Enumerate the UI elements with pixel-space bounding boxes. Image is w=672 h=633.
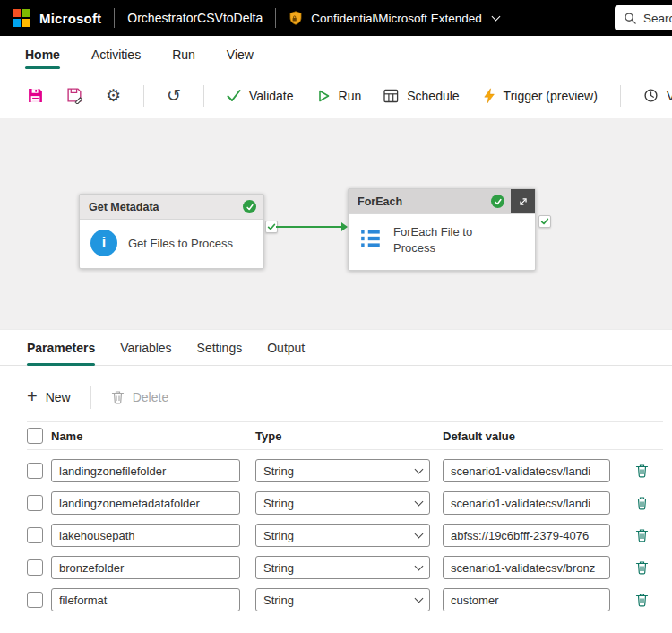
trigger-label: Trigger (preview) [504, 89, 598, 103]
select-all-checkbox[interactable] [27, 428, 43, 444]
tab-settings-label: Settings [197, 341, 243, 355]
chevron-down-icon [415, 464, 424, 473]
topbar-divider [114, 8, 115, 28]
delete-row-button[interactable] [635, 560, 649, 575]
row-checkbox[interactable] [27, 495, 43, 511]
logo-square-green [22, 9, 30, 17]
actions-divider [90, 386, 91, 409]
tab-variables[interactable]: Variables [120, 330, 171, 365]
row-checkbox[interactable] [27, 592, 43, 608]
run-button[interactable]: Run [316, 89, 362, 103]
play-icon [316, 89, 331, 103]
parameter-name-input[interactable] [51, 459, 240, 482]
type-value: String [263, 594, 294, 607]
activity-body: i Get Files to Process [80, 220, 263, 266]
search-box[interactable]: Search [615, 5, 672, 30]
lightning-icon [482, 88, 495, 104]
tab-run-label: Run [172, 48, 195, 62]
save-button[interactable] [27, 87, 44, 104]
parameter-name-input[interactable] [51, 524, 240, 547]
new-parameter-button[interactable]: + New [27, 389, 71, 405]
toolbar-divider [620, 85, 621, 107]
activity-foreach[interactable]: ForEach [348, 188, 536, 271]
parameter-default-input[interactable] [443, 588, 610, 611]
tab-parameters-label: Parameters [27, 341, 95, 355]
delete-row-button[interactable] [635, 464, 649, 478]
logo-square-red [13, 9, 21, 17]
type-value: String [263, 561, 294, 575]
sensitivity-label-button[interactable]: Confidential\Microsoft Extended [289, 11, 499, 25]
validation-checkbox[interactable] [538, 215, 551, 228]
parameter-default-input[interactable] [443, 524, 610, 547]
parameter-default-input[interactable] [443, 556, 610, 579]
column-header-name: Name [51, 429, 240, 443]
tab-parameters[interactable]: Parameters [27, 330, 95, 365]
column-header-type: Type [255, 429, 430, 443]
chevron-down-icon [491, 12, 500, 21]
row-checkbox[interactable] [27, 527, 43, 543]
search-text: Search [643, 12, 672, 25]
tab-home[interactable]: Home [25, 36, 60, 74]
history-clock-icon [643, 88, 659, 103]
topbar-divider [275, 8, 276, 28]
foreach-icon [359, 227, 383, 254]
table-row: String [27, 524, 663, 547]
parameter-type-select[interactable]: String [255, 556, 430, 579]
success-badge [243, 200, 256, 213]
trash-icon [111, 390, 125, 404]
type-value: String [263, 464, 294, 478]
activity-name: ForEach File to Process [393, 224, 494, 256]
activity-get-metadata[interactable]: Get Metadata i Get Files to Process [79, 194, 264, 269]
tab-output-label: Output [267, 341, 305, 355]
parameter-type-select[interactable]: String [255, 524, 430, 547]
microsoft-logo[interactable] [13, 9, 30, 27]
validate-button[interactable]: Validate [227, 89, 294, 103]
app-window: Microsoft OrchestratorCSVtoDelta Confide… [0, 0, 672, 633]
pipeline-canvas[interactable]: Get Metadata i Get Files to Process ForE… [0, 118, 672, 329]
view-label: View [667, 89, 672, 103]
parameter-type-select[interactable]: String [255, 459, 430, 482]
activity-body: ForEach File to Process [349, 214, 535, 265]
panel-tabs: Parameters Variables Settings Output [0, 330, 672, 366]
parameter-name-input[interactable] [51, 491, 240, 515]
ribbon-menu: Home Activities Run View [0, 36, 672, 74]
table-actions: + New Delete [0, 384, 672, 411]
chevron-down-icon [415, 529, 424, 538]
parameter-name-input[interactable] [51, 588, 240, 611]
view-run-history-button[interactable]: View [643, 88, 672, 103]
parameter-default-input[interactable] [443, 459, 610, 482]
settings-button[interactable]: ⚙ [106, 87, 121, 104]
delete-parameter-button[interactable]: Delete [111, 390, 168, 404]
get-metadata-icon: i [90, 230, 117, 256]
parameter-name-input[interactable] [51, 556, 240, 579]
delete-row-button[interactable] [635, 528, 649, 542]
plus-icon: + [27, 387, 38, 405]
parameter-type-select[interactable]: String [255, 588, 430, 611]
save-icon [27, 87, 44, 104]
schedule-button[interactable]: Schedule [383, 89, 459, 103]
delete-row-button[interactable] [635, 496, 649, 510]
parameter-default-input[interactable] [443, 491, 610, 515]
save-as-button[interactable] [66, 87, 83, 104]
row-checkbox[interactable] [27, 463, 43, 479]
parameter-type-select[interactable]: String [255, 491, 430, 515]
gear-icon: ⚙ [106, 87, 121, 104]
delete-row-button[interactable] [635, 593, 649, 607]
undo-icon: ↺ [167, 87, 181, 104]
activity-title: ForEach [358, 195, 491, 208]
tab-activities[interactable]: Activities [91, 36, 141, 74]
tab-view[interactable]: View [227, 36, 254, 74]
save-as-icon [66, 87, 83, 104]
expand-foreach-button[interactable] [511, 189, 535, 213]
table-row: String [27, 459, 663, 482]
tab-settings[interactable]: Settings [197, 330, 243, 365]
tab-run[interactable]: Run [172, 36, 195, 74]
trigger-button[interactable]: Trigger (preview) [482, 88, 598, 104]
tab-output[interactable]: Output [267, 330, 305, 365]
row-checkbox[interactable] [27, 559, 43, 576]
logo-square-yellow [22, 19, 30, 27]
trash-icon [635, 464, 649, 478]
undo-button[interactable]: ↺ [167, 87, 181, 104]
tab-home-label: Home [25, 48, 60, 62]
search-icon [624, 12, 637, 25]
